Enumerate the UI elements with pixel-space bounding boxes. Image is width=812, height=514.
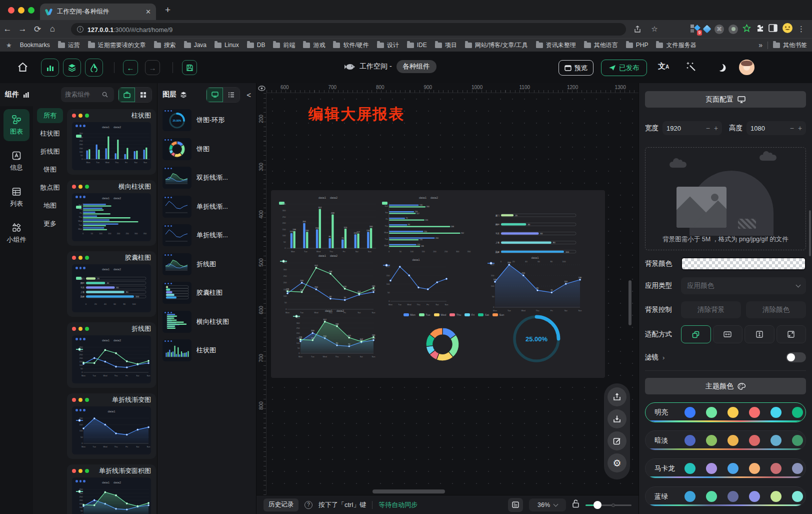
- bookmark-item[interactable]: Java: [184, 41, 206, 50]
- zoom-slider[interactable]: [586, 501, 632, 509]
- bookmark-item[interactable]: 资讯未整理: [536, 41, 576, 50]
- category-1[interactable]: 所有: [37, 108, 63, 123]
- board-line-chart[interactable]: data1data2501001502002503003500MonTueWed…: [280, 254, 376, 314]
- search-input[interactable]: [65, 91, 100, 98]
- component-grid-toggle[interactable]: [135, 88, 152, 102]
- theme-color-dot[interactable]: [706, 463, 717, 474]
- category-3[interactable]: 折线图: [37, 144, 63, 159]
- theme-color-dot[interactable]: [749, 463, 760, 474]
- collapse-layers-icon[interactable]: <: [246, 91, 251, 99]
- board-area-chart[interactable]: data1data2501001502002503003500MonTueWed…: [293, 309, 376, 358]
- theme-row-2[interactable]: 暗淡: [645, 430, 806, 450]
- canvas-vertical-scrollbar[interactable]: [628, 280, 632, 325]
- fit-scale-button[interactable]: [681, 325, 711, 343]
- back-icon[interactable]: ←: [0, 24, 15, 34]
- width-plus[interactable]: +: [714, 124, 718, 132]
- bookmark-item[interactable]: DB: [247, 41, 266, 50]
- category-4[interactable]: 饼图: [37, 162, 63, 177]
- height-value[interactable]: 1080: [750, 125, 765, 132]
- category-2[interactable]: 柱状图: [37, 126, 63, 141]
- fit-height-button[interactable]: [744, 325, 774, 343]
- layer-item[interactable]: 饼图: [162, 136, 252, 162]
- translate-icon[interactable]: 文A: [658, 62, 669, 71]
- extension-icon[interactable]: 9: [690, 25, 700, 34]
- theme-color-dot[interactable]: [792, 491, 803, 502]
- page-config-header-button[interactable]: 页面配置: [645, 91, 806, 108]
- width-value[interactable]: 1920: [666, 125, 681, 132]
- export-button[interactable]: [608, 387, 626, 406]
- theme-color-header-button[interactable]: 主题颜色: [645, 378, 806, 394]
- theme-color-dot[interactable]: [792, 463, 803, 474]
- bookmark-item[interactable]: 游戏: [303, 41, 325, 50]
- zoom-level-select[interactable]: 36%: [529, 498, 566, 511]
- layer-item[interactable]: 胶囊柱图: [162, 280, 252, 306]
- other-bookmarks[interactable]: 其他书签: [773, 41, 807, 50]
- height-plus[interactable]: +: [798, 124, 802, 132]
- theme-color-dot[interactable]: [728, 463, 738, 474]
- theme-color-dot[interactable]: [684, 435, 696, 446]
- bookmark-item[interactable]: Linux: [214, 41, 239, 50]
- bookmark-item[interactable]: PHP: [626, 41, 648, 50]
- theme-color-dot[interactable]: [684, 463, 696, 474]
- clear-background-button[interactable]: 清除背景: [681, 301, 741, 318]
- detail-panel-toggle-button[interactable]: [85, 59, 103, 77]
- theme-color-dot[interactable]: [728, 491, 738, 502]
- bookmark-item[interactable]: 搜索: [154, 41, 176, 50]
- bookmark-star-icon[interactable]: ☆: [648, 23, 661, 36]
- theme-color-dot[interactable]: [706, 435, 717, 446]
- background-upload-dropzone[interactable]: 背景图需小于 5M ，格式为 png/jpg/gif 的文件: [645, 147, 806, 250]
- layer-item[interactable]: 双折线渐...: [162, 165, 252, 191]
- theme-color-dot[interactable]: [749, 491, 760, 502]
- clear-color-button[interactable]: 清除颜色: [746, 301, 806, 318]
- edit-button[interactable]: [608, 431, 626, 450]
- bookmark-item[interactable]: 前端: [273, 41, 295, 50]
- ruler-eye-icon[interactable]: [256, 83, 266, 93]
- theme-color-dot[interactable]: [770, 491, 782, 502]
- layer-item[interactable]: 单折线渐...: [162, 222, 252, 248]
- layer-item[interactable]: 折线图: [162, 251, 252, 277]
- reload-icon[interactable]: ⟳: [30, 24, 45, 35]
- theme-color-dot[interactable]: [770, 435, 782, 446]
- fit-full-button[interactable]: [776, 325, 806, 343]
- layers-list-view-toggle[interactable]: [223, 88, 240, 102]
- width-stepper[interactable]: 1920 −+: [662, 121, 722, 135]
- bg-color-swatch[interactable]: [681, 257, 806, 270]
- theme-color-dot[interactable]: [792, 407, 803, 418]
- command-extension-icon[interactable]: ⌘: [714, 25, 724, 34]
- theme-color-dot[interactable]: [770, 407, 782, 418]
- bookmark-item[interactable]: 设计: [377, 41, 399, 50]
- site-info-icon[interactable]: i: [77, 26, 84, 33]
- layer-item[interactable]: 25.00%饼图-环形: [162, 107, 252, 133]
- theme-color-dot[interactable]: [749, 407, 760, 418]
- layer-item[interactable]: 柱状图: [162, 337, 252, 363]
- layers-panel-toggle-button[interactable]: [63, 59, 81, 77]
- board-donut-chart[interactable]: [421, 319, 466, 369]
- category-5[interactable]: 散点图: [37, 180, 63, 195]
- bookmarks-root[interactable]: Bookmarks: [20, 42, 50, 49]
- publish-status-button[interactable]: 已发布: [601, 60, 647, 76]
- bookmark-item[interactable]: 运营: [58, 41, 80, 50]
- board-single-line-chart[interactable]: data1501001502000MonTueWedThuFriSatSun: [383, 258, 449, 306]
- component-card[interactable]: 横向柱状图data1data2SunSatFriThuWedTueMon0501…: [67, 180, 156, 246]
- component-card[interactable]: 胶囊柱图data1data2厦门20南阳40北京60上海80新疆10002040…: [67, 251, 156, 317]
- bookmarks-overflow-chevron[interactable]: »: [758, 41, 762, 49]
- sidebar-item-1[interactable]: 图表: [4, 109, 30, 141]
- sidebar-item-3[interactable]: 列表: [4, 181, 30, 213]
- dashboard-title-text[interactable]: 编辑大屏报表: [308, 104, 404, 125]
- theme-color-dot[interactable]: [770, 463, 782, 474]
- url-bar[interactable]: i 127.0.0.1:3000/#/chart/home/9: [71, 23, 626, 36]
- bookmark-item[interactable]: 近期需要读的文章: [88, 41, 146, 50]
- home-icon[interactable]: ⌂: [45, 24, 60, 34]
- sidebar-toggle-icon[interactable]: [768, 24, 778, 34]
- tab-close-icon[interactable]: ✕: [146, 8, 151, 16]
- rightpanel-scrollbar[interactable]: [809, 210, 811, 256]
- theme-row-1[interactable]: 明亮: [645, 402, 806, 422]
- save-button[interactable]: [182, 60, 197, 75]
- layer-item[interactable]: 单折线渐...: [162, 194, 252, 220]
- bookmarks-star-icon[interactable]: ★: [6, 42, 12, 49]
- puzzle-extensions-icon[interactable]: [756, 24, 764, 35]
- statusbar-panel-button[interactable]: [508, 498, 523, 512]
- canvas-horizontal-scrollbar[interactable]: [372, 489, 445, 493]
- settings-gear-button[interactable]: ⚙: [608, 453, 626, 472]
- window-close-button[interactable]: [8, 7, 14, 14]
